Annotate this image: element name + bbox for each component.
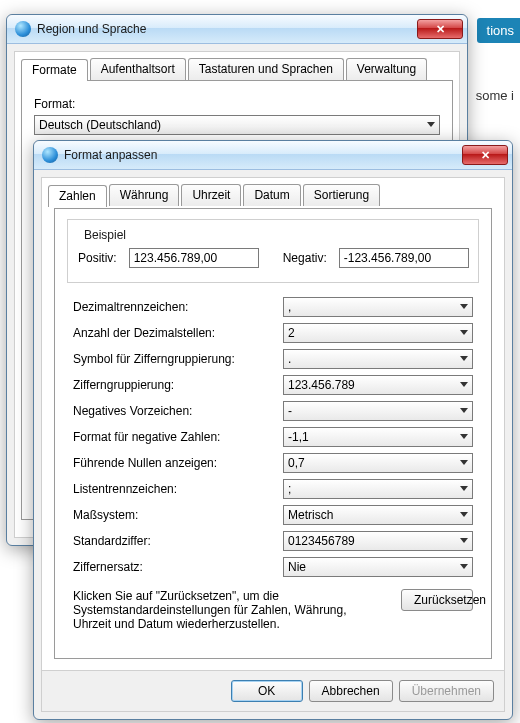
parent-titlebar: Region und Sprache ✕ <box>7 15 467 44</box>
parent-tabs: Formate Aufenthaltsort Tastaturen und Sp… <box>15 52 459 80</box>
positive-value <box>129 248 259 268</box>
list-separator-select[interactable]: ; <box>283 479 473 499</box>
child-tabpanel: Beispiel Positiv: Negativ: Dezimaltrennz… <box>54 208 492 659</box>
negative-value <box>339 248 469 268</box>
tab-datum[interactable]: Datum <box>243 184 300 206</box>
row-negative-format: Format für negative Zahlen:-1,1 <box>73 427 473 447</box>
globe-icon <box>15 21 31 37</box>
tab-waehrung[interactable]: Währung <box>109 184 180 206</box>
child-close-button[interactable]: ✕ <box>462 145 508 165</box>
globe-icon <box>42 147 58 163</box>
settings-rows: Dezimaltrennzeichen:, Anzahl der Dezimal… <box>67 297 479 577</box>
parent-close-button[interactable]: ✕ <box>417 19 463 39</box>
ok-button[interactable]: OK <box>231 680 303 702</box>
digit-grouping-select[interactable]: 123.456.789 <box>283 375 473 395</box>
background-text-fragment: some i <box>476 88 514 103</box>
positive-label: Positiv: <box>78 251 117 265</box>
row-measurement: Maßsystem:Metrisch <box>73 505 473 525</box>
child-window: Format anpassen ✕ Zahlen Währung Uhrzeit… <box>33 140 513 720</box>
row-digit-subst: Ziffernersatz:Nie <box>73 557 473 577</box>
measurement-select[interactable]: Metrisch <box>283 505 473 525</box>
tab-uhrzeit[interactable]: Uhrzeit <box>181 184 241 206</box>
parent-title: Region und Sprache <box>37 22 417 36</box>
child-tabs: Zahlen Währung Uhrzeit Datum Sortierung <box>42 178 504 206</box>
example-fieldset: Beispiel Positiv: Negativ: <box>67 219 479 283</box>
tab-formate[interactable]: Formate <box>21 59 88 81</box>
row-decimal-separator: Dezimaltrennzeichen:, <box>73 297 473 317</box>
child-title: Format anpassen <box>64 148 462 162</box>
example-legend: Beispiel <box>80 228 130 242</box>
reset-hint: Klicken Sie auf "Zurücksetzen", um die S… <box>73 589 365 631</box>
child-footer: OK Abbrechen Übernehmen <box>42 670 504 711</box>
digit-subst-select[interactable]: Nie <box>283 557 473 577</box>
row-list-separator: Listentrennzeichen:; <box>73 479 473 499</box>
apply-button[interactable]: Übernehmen <box>399 680 494 702</box>
row-group-symbol: Symbol für Zifferngruppierung:. <box>73 349 473 369</box>
reset-button[interactable]: Zurücksetzen <box>401 589 473 611</box>
negative-format-select[interactable]: -1,1 <box>283 427 473 447</box>
row-decimal-places: Anzahl der Dezimalstellen:2 <box>73 323 473 343</box>
native-digits-select[interactable]: 0123456789 <box>283 531 473 551</box>
tab-zahlen[interactable]: Zahlen <box>48 185 107 207</box>
row-digit-grouping: Zifferngruppierung:123.456.789 <box>73 375 473 395</box>
format-select[interactable]: Deutsch (Deutschland) <box>34 115 440 135</box>
cancel-button[interactable]: Abbrechen <box>309 680 393 702</box>
child-body: Zahlen Währung Uhrzeit Datum Sortierung … <box>41 177 505 712</box>
child-titlebar: Format anpassen ✕ <box>34 141 512 170</box>
format-label: Format: <box>34 97 440 111</box>
leading-zero-select[interactable]: 0,7 <box>283 453 473 473</box>
background-button-fragment: tions <box>477 18 520 43</box>
tab-verwaltung[interactable]: Verwaltung <box>346 58 427 80</box>
negative-sign-select[interactable]: - <box>283 401 473 421</box>
tab-tastaturen[interactable]: Tastaturen und Sprachen <box>188 58 344 80</box>
row-leading-zeroes: Führende Nullen anzeigen:0,7 <box>73 453 473 473</box>
decimal-separator-select[interactable]: , <box>283 297 473 317</box>
negative-label: Negativ: <box>283 251 327 265</box>
row-native-digits: Standardziffer:0123456789 <box>73 531 473 551</box>
tab-sortierung[interactable]: Sortierung <box>303 184 380 206</box>
row-negative-sign: Negatives Vorzeichen:- <box>73 401 473 421</box>
tab-aufenthaltsort[interactable]: Aufenthaltsort <box>90 58 186 80</box>
decimal-places-select[interactable]: 2 <box>283 323 473 343</box>
group-symbol-select[interactable]: . <box>283 349 473 369</box>
